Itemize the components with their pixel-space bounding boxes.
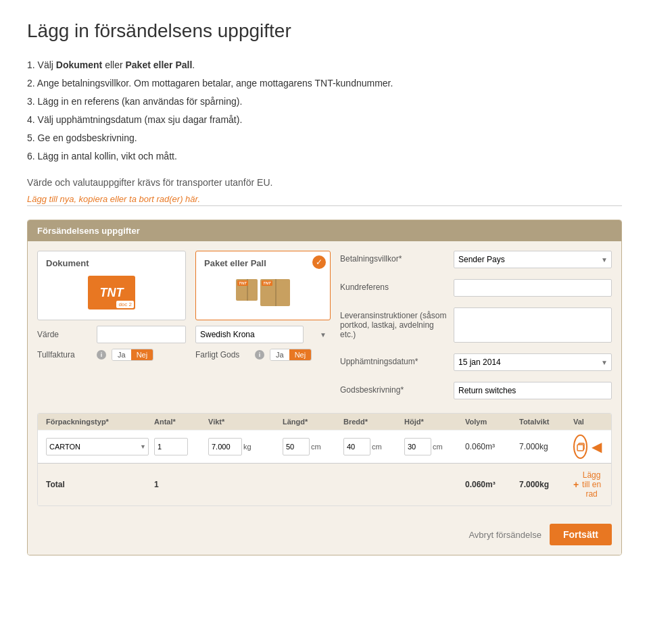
card-body: Dokument TNT doc 2 Värde Tullfaktura (28, 241, 621, 555)
tullfaktura-row: Tullfaktura i Ja Nej (37, 349, 186, 361)
vikt-input[interactable] (208, 438, 242, 455)
total-antal: 1 (151, 480, 206, 489)
hojd-input[interactable] (404, 438, 431, 455)
leveransinstruktioner-input[interactable] (454, 307, 612, 343)
col-val: Val (571, 418, 604, 426)
farligt-gods-toggle[interactable]: Ja Nej (270, 349, 312, 361)
varde-label: Värde (37, 330, 91, 339)
selected-checkmark: ✓ (312, 255, 326, 269)
col-antal: Antal* (151, 418, 206, 426)
tullfaktura-label: Tullfaktura (37, 350, 91, 360)
upphämtningsdatum-select[interactable]: 15 jan 2014 (454, 353, 612, 371)
package-table: Förpackningstyp* Antal* Vikt* Längd* Bre… (37, 413, 612, 506)
vikt-unit: kg (243, 443, 251, 451)
col-type: Förpackningstyp* (43, 418, 151, 426)
eu-note: Värde och valutauppgifter krävs för tran… (27, 177, 622, 188)
bredd-unit: cm (372, 443, 382, 451)
betalningsvillkor-select-wrap: Sender Pays Receiver Pays ▼ (454, 251, 612, 268)
total-add-btn-cell: + Lägg till en rad (571, 468, 604, 501)
instruction-6: 6. Lägg in antal kollin, vikt och mått. (27, 149, 622, 164)
row-antal-cell (151, 438, 206, 455)
table-header: Förpackningstyp* Antal* Vikt* Längd* Bre… (38, 414, 611, 430)
middle-column: Paket eller Pall ✓ TNT TNT (195, 251, 331, 405)
total-volym: 0.060m³ (462, 480, 516, 489)
row-bredd-cell: cm (341, 438, 402, 455)
tullfaktura-info-icon[interactable]: i (97, 350, 106, 360)
plus-icon: + (573, 479, 579, 490)
continue-button[interactable]: Fortsätt (550, 524, 612, 545)
shipment-card: Försändelsens uppgifter Dokument TNT doc… (27, 220, 622, 555)
total-totalvikt: 7.000kg (516, 480, 571, 489)
table-total-row: Total 1 0.060m³ 7.000kg + Lägg till en r… (38, 463, 611, 505)
leveransinstruktioner-label: Leveransinstruktioner (såsom portkod, la… (340, 307, 448, 339)
paket-option[interactable]: Paket eller Pall ✓ TNT TNT (195, 251, 331, 320)
leveransinstruktioner-row: Leveransinstruktioner (såsom portkod, la… (340, 307, 612, 343)
col-bredd: Bredd* (341, 418, 402, 426)
paket-label: Paket eller Pall (204, 258, 266, 268)
betalningsvillkor-select[interactable]: Sender Pays Receiver Pays (454, 251, 612, 268)
varde-input[interactable] (97, 326, 186, 343)
col-hojd: Höjd* (402, 418, 462, 426)
kundreferens-row: Kundreferens (340, 279, 612, 297)
divider (27, 205, 622, 206)
row-vikt-cell: kg (206, 438, 280, 455)
add-rows-link[interactable]: Lägg till nya, kopiera eller ta bort rad… (27, 194, 200, 204)
row-langd-cell: cm (280, 438, 341, 455)
instruction-3: 3. Lägg in en referens (kan användas för… (27, 95, 622, 109)
instruction-1: 1. Välj Dokument eller Paket eller Pall. (27, 58, 622, 72)
row-hojd-cell: cm (402, 438, 462, 455)
tullfaktura-ja[interactable]: Ja (112, 349, 131, 360)
row-type-cell: CARTON BOX PALLET ▼ (43, 438, 151, 455)
hojd-unit: cm (433, 443, 443, 451)
langd-input[interactable] (283, 438, 310, 455)
godsbeskrivning-label: Godsbeskrivning* (340, 382, 448, 395)
farligt-gods-nej[interactable]: Nej (289, 349, 312, 360)
add-row-label: Lägg till en rad (581, 470, 602, 499)
pkg-type-select[interactable]: CARTON BOX PALLET (46, 438, 149, 455)
currency-field: Swedish Krona EUR USD ▼ (195, 326, 331, 343)
row-volym-cell: 0.060m³ (462, 442, 516, 451)
upphämtningsdatum-label: Upphämtningsdatum* (340, 353, 448, 366)
currency-arrow-icon: ▼ (320, 331, 327, 339)
row-actions-cell: ◀ (571, 435, 604, 459)
total-label: Total (43, 480, 151, 489)
page-title: Lägg in försändelsens uppgifter (27, 20, 622, 42)
godsbeskrivning-input[interactable] (454, 382, 612, 399)
upphämtningsdatum-select-wrap: 15 jan 2014 ▼ (454, 353, 612, 371)
betalningsvillkor-label: Betalningsvillkor* (340, 251, 448, 264)
godsbeskrivning-row: Godsbeskrivning* (340, 382, 612, 399)
bredd-input[interactable] (343, 438, 370, 455)
betalningsvillkor-row: Betalningsvillkor* Sender Pays Receiver … (340, 251, 612, 268)
dokument-icon: TNT doc 2 (85, 272, 139, 313)
instruction-5: 5. Ge en godsbeskrivning. (27, 131, 622, 145)
copy-row-button[interactable] (573, 435, 587, 459)
farligt-gods-ja[interactable]: Ja (270, 349, 289, 360)
svg-rect-0 (577, 445, 583, 451)
col-vikt: Vikt* (206, 418, 280, 426)
dokument-option[interactable]: Dokument TNT doc 2 (37, 251, 186, 320)
table-row: CARTON BOX PALLET ▼ kg (38, 430, 611, 463)
tullfaktura-toggle[interactable]: Ja Nej (112, 349, 153, 361)
currency-select[interactable]: Swedish Krona EUR USD (195, 326, 304, 343)
kundreferens-label: Kundreferens (340, 279, 448, 292)
farligt-gods-row: Farligt Gods i Ja Nej (195, 349, 331, 361)
action-bar: Avbryt försändelse Fortsätt (37, 517, 612, 545)
col-langd: Längd* (280, 418, 341, 426)
langd-unit: cm (311, 443, 321, 451)
kundreferens-input[interactable] (454, 279, 612, 297)
paket-icon: TNT TNT (229, 272, 297, 313)
farligt-gods-info-icon[interactable]: i (255, 350, 264, 360)
instructions-list: 1. Välj Dokument eller Paket eller Pall.… (27, 58, 622, 164)
antal-input[interactable] (154, 438, 188, 455)
arrow-indicator-icon: ◀ (592, 439, 602, 455)
cancel-button[interactable]: Avbryt försändelse (468, 530, 541, 540)
instruction-2: 2. Ange betalningsvillkor. Om mottagaren… (27, 76, 622, 91)
top-content-row: Dokument TNT doc 2 Värde Tullfaktura (37, 251, 612, 405)
row-totalvikt-cell: 7.000kg (516, 442, 571, 451)
right-column: Betalningsvillkor* Sender Pays Receiver … (340, 251, 612, 405)
tullfaktura-nej[interactable]: Nej (131, 349, 153, 360)
card-header: Försändelsens uppgifter (28, 220, 621, 241)
add-row-button[interactable]: + Lägg till en rad (573, 468, 602, 501)
dokument-label: Dokument (46, 258, 89, 268)
col-totalvikt: Totalvikt (516, 418, 571, 426)
